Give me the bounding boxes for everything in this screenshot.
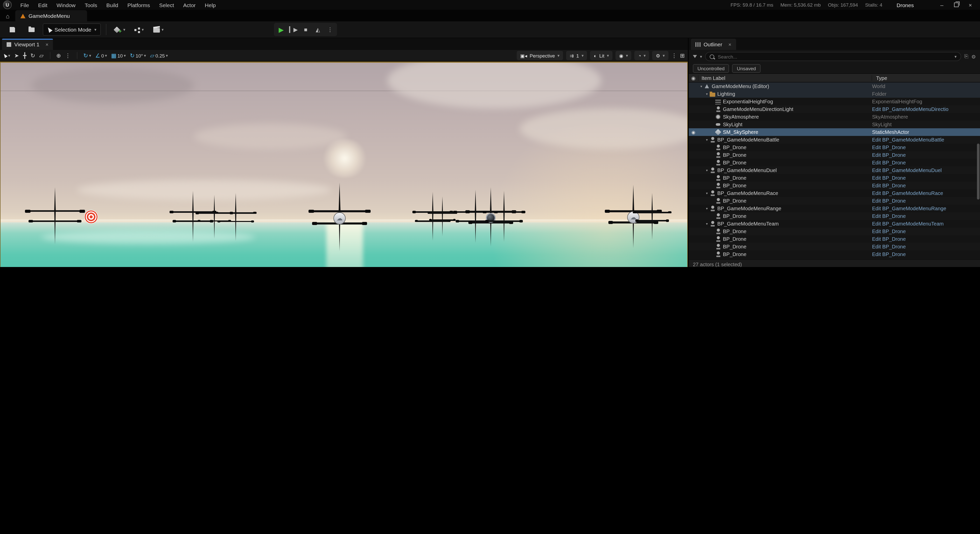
- menu-item-window[interactable]: Window: [52, 2, 80, 8]
- paste-icon[interactable]: ⎘: [964, 54, 968, 60]
- outliner-item-type[interactable]: Edit BP_GameModeMenuBattle: [868, 137, 980, 143]
- outliner-item-type[interactable]: Edit BP_GameModeMenuDuel: [868, 167, 980, 173]
- outliner-row[interactable]: BP_DroneEdit BP_Drone: [689, 235, 980, 243]
- outliner-row[interactable]: BP_DroneEdit BP_Drone: [689, 143, 980, 151]
- outliner-row[interactable]: ▾BP_GameModeMenuRangeEdit BP_GameModeMen…: [689, 205, 980, 212]
- show-flags-dropdown[interactable]: ◉▾: [616, 51, 632, 60]
- expander-icon[interactable]: ▾: [705, 92, 709, 96]
- rotation-snap-dropdown[interactable]: ↻10°▾: [130, 52, 146, 59]
- scale-snap-dropdown[interactable]: ▱0.25▾: [150, 52, 168, 59]
- menu-item-edit[interactable]: Edit: [33, 2, 52, 8]
- menu-item-help[interactable]: Help: [200, 2, 220, 8]
- outliner-row[interactable]: BP_DroneEdit BP_Drone: [689, 174, 980, 182]
- outliner-item-type[interactable]: Edit BP_GameModeMenuDirectio: [868, 106, 980, 112]
- grid-snap-dropdown[interactable]: ▦10▾: [111, 52, 126, 59]
- expander-icon[interactable]: ▾: [705, 138, 709, 142]
- outliner-item-type[interactable]: Edit BP_Drone: [868, 160, 980, 165]
- outliner-row[interactable]: BP_DroneEdit BP_Drone: [689, 159, 980, 167]
- outliner-row[interactable]: BP_DroneEdit BP_Drone: [689, 197, 980, 205]
- outliner-row[interactable]: BP_DroneEdit BP_Drone: [689, 151, 980, 159]
- menu-item-select[interactable]: Select: [154, 2, 178, 8]
- viewport-3d-scene[interactable]: ☁☁ Z Y x: [0, 62, 688, 267]
- view-mode-dropdown[interactable]: ◐Lit▾: [590, 51, 613, 60]
- menu-item-file[interactable]: File: [16, 2, 33, 8]
- outliner-item-type[interactable]: Edit BP_GameModeMenuTeam: [868, 221, 980, 227]
- select-tool-button[interactable]: ➤: [14, 52, 19, 59]
- outliner-item-type[interactable]: Edit BP_GameModeMenuRace: [868, 191, 980, 196]
- add-actor-dropdown[interactable]: +▾: [112, 24, 128, 35]
- tab-gamemodemenu[interactable]: GameModeMenu: [15, 10, 87, 21]
- eject-button[interactable]: ◭: [312, 24, 323, 35]
- viewport-settings-dropdown[interactable]: ⚙▾: [652, 51, 668, 60]
- maximize-viewport-icon[interactable]: ⊞: [680, 52, 685, 59]
- outliner-row[interactable]: SkyLightSkyLight: [689, 121, 980, 128]
- outliner-row[interactable]: SkyAtmosphereSkyAtmosphere: [689, 113, 980, 121]
- frame-skip-button[interactable]: ▎▶: [288, 24, 299, 35]
- outliner-row[interactable]: ▾BP_GameModeMenuRaceEdit BP_GameModeMenu…: [689, 189, 980, 197]
- expander-icon[interactable]: ▾: [705, 168, 709, 172]
- outliner-row[interactable]: ▾LightingFolder: [689, 90, 980, 98]
- outliner-item-type[interactable]: Edit BP_Drone: [868, 236, 980, 242]
- outliner-item-type[interactable]: Edit BP_Drone: [868, 183, 980, 188]
- outliner-row[interactable]: ▾BP_GameModeMenuBattleEdit BP_GameModeMe…: [689, 136, 980, 143]
- minimize-button[interactable]: –: [935, 2, 948, 8]
- screen-layout-dropdown[interactable]: ⇉1▾: [566, 51, 587, 60]
- tab-viewport-1[interactable]: Viewport 1 ×: [2, 39, 53, 50]
- transform-tool-dropdown[interactable]: ▾: [3, 53, 10, 58]
- outliner-item-type[interactable]: Edit BP_Drone: [868, 251, 980, 257]
- outliner-item-type[interactable]: Edit BP_GameModeMenuRange: [868, 206, 980, 211]
- item-label-column[interactable]: Item Label: [698, 75, 872, 81]
- camera-mode-dropdown[interactable]: ▣◂Perspective▾: [517, 51, 563, 60]
- expander-icon[interactable]: ▾: [705, 191, 709, 195]
- expander-icon[interactable]: ▾: [699, 84, 703, 88]
- outliner-row[interactable]: BP_DroneEdit BP_Drone: [689, 182, 980, 189]
- more-options-icon[interactable]: ⋮: [65, 52, 71, 59]
- stop-button[interactable]: ■: [300, 24, 311, 35]
- blueprints-dropdown[interactable]: ▾: [131, 24, 147, 35]
- home-icon[interactable]: ⌂: [0, 13, 15, 21]
- scale-tool-button[interactable]: ▱: [39, 52, 43, 59]
- menu-item-tools[interactable]: Tools: [80, 2, 102, 8]
- actor-snap-dropdown[interactable]: ∠0▾: [95, 52, 107, 59]
- gear-icon[interactable]: ⚙: [971, 54, 976, 59]
- visibility-column-icon[interactable]: ◉: [689, 75, 698, 81]
- outliner-item-type[interactable]: Edit BP_Drone: [868, 145, 980, 150]
- viewport-options-icon[interactable]: ⋮: [671, 52, 677, 59]
- outliner-item-type[interactable]: Edit BP_Drone: [868, 198, 980, 203]
- outliner-row[interactable]: GameModeMenuDirectionLightEdit BP_GameMo…: [689, 105, 980, 113]
- outliner-row[interactable]: BP_DroneEdit BP_Drone: [689, 212, 980, 220]
- editor-mode-dropdown[interactable]: Selection Mode ▾: [43, 24, 101, 36]
- outliner-row[interactable]: ▾GameModeMenu (Editor)World: [689, 83, 980, 90]
- cinematics-dropdown[interactable]: ▾: [150, 24, 167, 35]
- outliner-row[interactable]: BP_DroneEdit BP_Drone: [689, 227, 980, 235]
- outliner-item-type[interactable]: Edit BP_Drone: [868, 213, 980, 219]
- play-button[interactable]: ▶: [276, 24, 287, 35]
- outliner-item-type[interactable]: Edit BP_Drone: [868, 175, 980, 181]
- expander-icon[interactable]: ▾: [705, 207, 709, 210]
- outliner-scrollbar[interactable]: [977, 143, 980, 200]
- uncontrolled-badge[interactable]: Uncontrolled: [693, 64, 729, 73]
- play-options-button[interactable]: ⋮: [325, 24, 336, 35]
- filter-funnel-icon[interactable]: [693, 55, 697, 58]
- close-button[interactable]: ×: [964, 2, 977, 8]
- menu-item-actor[interactable]: Actor: [179, 2, 200, 8]
- outliner-row[interactable]: ▾BP_GameModeMenuDuelEdit BP_GameModeMenu…: [689, 167, 980, 174]
- close-icon[interactable]: ×: [729, 41, 732, 47]
- outliner-row[interactable]: ◉SM_SkySphereStaticMeshActor: [689, 128, 980, 136]
- menu-item-platforms[interactable]: Platforms: [123, 2, 155, 8]
- outliner-item-type[interactable]: Edit BP_Drone: [868, 229, 980, 234]
- outliner-item-type[interactable]: Edit BP_Drone: [868, 152, 980, 158]
- outliner-row[interactable]: ExponentialHeightFogExponentialHeightFog: [689, 98, 980, 105]
- outliner-row[interactable]: ▾BP_GameModeMenuTeamEdit BP_GameModeMenu…: [689, 220, 980, 227]
- outliner-item-type[interactable]: Edit BP_Drone: [868, 244, 980, 250]
- tab-outliner[interactable]: Outliner ×: [691, 39, 736, 50]
- menu-item-build[interactable]: Build: [102, 2, 123, 8]
- outliner-search[interactable]: ▾: [705, 52, 961, 61]
- type-column[interactable]: Type: [872, 75, 887, 81]
- surface-snap-dropdown[interactable]: ↻▾: [83, 52, 91, 59]
- browse-button[interactable]: [24, 24, 40, 35]
- move-tool-button[interactable]: ╋: [23, 52, 26, 59]
- visibility-eye-icon[interactable]: ◉: [689, 130, 698, 135]
- outliner-row[interactable]: BP_DroneEdit BP_Drone: [689, 243, 980, 251]
- expander-icon[interactable]: ▾: [705, 222, 709, 226]
